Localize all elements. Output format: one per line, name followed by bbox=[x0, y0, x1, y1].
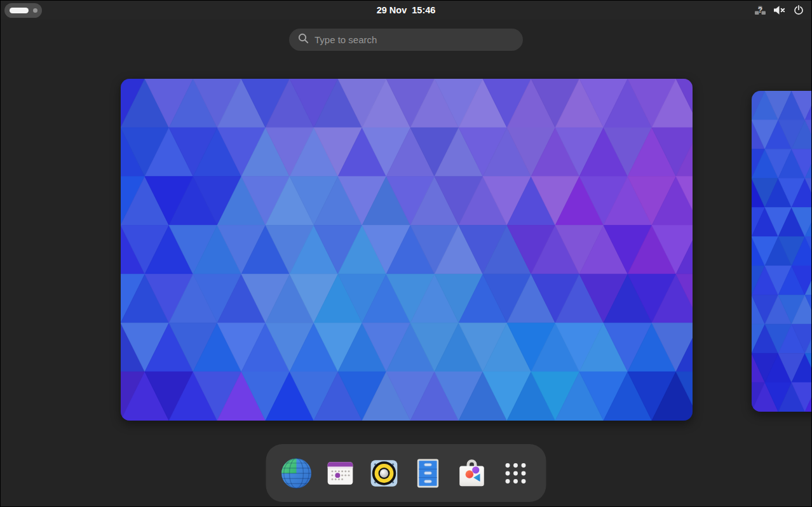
top-bar: 29 Nov 15:46 ? bbox=[1, 1, 811, 20]
wallpaper-current bbox=[121, 79, 693, 421]
workspace-indicator[interactable] bbox=[4, 3, 42, 18]
file-manager-icon[interactable] bbox=[412, 457, 445, 490]
music-player-icon[interactable] bbox=[368, 457, 401, 490]
software-store-icon[interactable] bbox=[456, 457, 489, 490]
svg-text:?: ? bbox=[758, 5, 762, 14]
workspace-preview-current[interactable] bbox=[121, 79, 693, 421]
dash-dock bbox=[266, 444, 546, 502]
clock[interactable]: 29 Nov 15:46 bbox=[377, 4, 436, 16]
web-browser-icon[interactable] bbox=[280, 457, 313, 490]
workspace-active-pill bbox=[10, 8, 29, 13]
workspace-inactive-dot bbox=[33, 8, 37, 13]
search-entry[interactable] bbox=[289, 29, 523, 51]
calendar-icon[interactable] bbox=[324, 457, 357, 490]
network-question-icon: ? bbox=[754, 4, 766, 17]
app-grid-icon[interactable] bbox=[499, 457, 532, 490]
search-icon bbox=[298, 33, 309, 46]
workspace-preview-next[interactable] bbox=[752, 91, 812, 412]
system-status-area[interactable]: ? bbox=[754, 1, 805, 20]
wallpaper-next bbox=[752, 91, 812, 412]
gnome-activities-overview: { "topbar": { "clock_label": "29 Nov 15:… bbox=[0, 0, 812, 507]
power-icon bbox=[792, 4, 805, 17]
search-input[interactable] bbox=[315, 34, 514, 45]
volume-muted-icon bbox=[773, 4, 786, 16]
